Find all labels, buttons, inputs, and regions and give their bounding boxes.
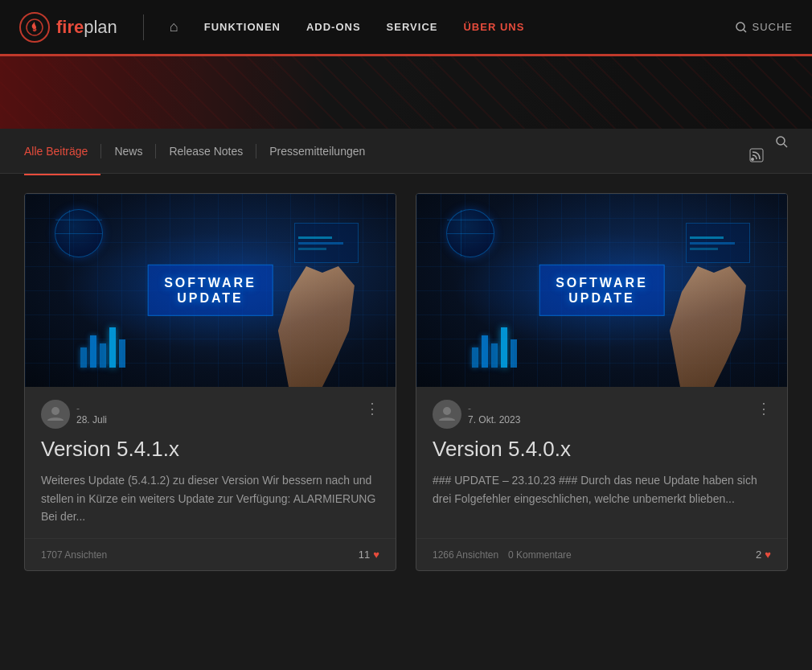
card-1-footer: 1707 Ansichten 11 ♥ <box>25 538 396 570</box>
card-1-meta-info: - 28. Juli <box>76 403 107 425</box>
card-1-excerpt: Weiteres Update (5.4.1.2) zu dieser Vers… <box>41 471 379 525</box>
sw-text-box-1: SOFTWARE UPDATE <box>147 265 273 316</box>
svg-point-1 <box>736 23 744 31</box>
card-2-comments: 0 Kommentare <box>508 549 572 561</box>
chart-bars-1 <box>80 327 125 368</box>
filter-bar: Alle Beiträge News Release Notes Pressem… <box>0 129 812 174</box>
card-1-meta: - 28. Juli ⋮ <box>41 400 379 429</box>
hero-overlay <box>0 56 812 129</box>
globe-deco-1 <box>55 209 103 257</box>
card-2-avatar <box>433 400 461 429</box>
site-header: fireplan ⌂ FUNKTIONEN ADD-ONs SERVICE ÜB… <box>0 0 812 56</box>
card-1-views: 1707 Ansichten <box>41 549 107 561</box>
card-2-meta: - 7. Okt. 2023 ⋮ <box>433 400 771 429</box>
data-widget-2 <box>686 223 750 263</box>
svg-point-7 <box>51 407 59 415</box>
svg-line-2 <box>744 30 746 32</box>
logo-text: fireplan <box>56 17 117 38</box>
nav-addons[interactable]: ADD-ONs <box>306 21 361 33</box>
chart-bars-2 <box>472 327 517 368</box>
card-2: SOFTWARE UPDATE - 7. Okt. 2023 ⋮ <box>416 193 788 571</box>
globe-deco-2 <box>446 209 494 257</box>
card-2-heart-icon: ♥ <box>765 549 771 561</box>
card-1-menu[interactable]: ⋮ <box>365 400 379 417</box>
card-2-likes[interactable]: 2 ♥ <box>756 549 771 561</box>
card-2-title[interactable]: Version 5.4.0.x <box>433 437 771 462</box>
main-nav: ⌂ FUNKTIONEN ADD-ONs SERVICE ÜBER UNS SU… <box>170 18 793 35</box>
card-1-likes[interactable]: 11 ♥ <box>359 549 379 561</box>
nav-search[interactable]: SUCHE <box>736 21 793 33</box>
sw-text-box-2: SOFTWARE UPDATE <box>539 265 665 316</box>
card-2-menu[interactable]: ⋮ <box>757 400 771 417</box>
logo[interactable]: fireplan <box>19 12 117 43</box>
card-2-body: - 7. Okt. 2023 ⋮ Version 5.4.0.x ### UPD… <box>416 387 787 538</box>
card-1-avatar <box>41 400 70 429</box>
svg-line-6 <box>784 144 787 147</box>
nav-ueber-uns[interactable]: ÜBER UNS <box>463 21 524 33</box>
data-widget-1 <box>294 223 359 263</box>
nav-service[interactable]: SERVICE <box>387 21 438 33</box>
card-1-title[interactable]: Version 5.4.1.x <box>41 437 379 462</box>
logo-icon <box>19 12 50 43</box>
sw-update-bg-2: SOFTWARE UPDATE <box>416 194 787 387</box>
card-1-heart-icon: ♥ <box>373 549 379 561</box>
home-nav-icon[interactable]: ⌂ <box>170 18 178 35</box>
card-2-excerpt: ### UPDATE – 23.10.23 ### Durch das neue… <box>433 471 771 525</box>
search-icon <box>736 22 747 33</box>
card-1: SOFTWARE UPDATE - 28. Juli ⋮ Ver <box>24 193 396 571</box>
sw-update-bg-1: SOFTWARE UPDATE <box>25 194 396 387</box>
card-1-body: - 28. Juli ⋮ Version 5.4.1.x Weiteres Up… <box>25 387 396 538</box>
card-1-image[interactable]: SOFTWARE UPDATE <box>25 194 396 387</box>
hero-banner <box>0 56 812 129</box>
nav-funktionen[interactable]: FUNKTIONEN <box>204 21 281 33</box>
filter-search-icon[interactable] <box>775 135 788 151</box>
filter-news[interactable]: News <box>101 140 155 162</box>
svg-point-4 <box>751 158 754 161</box>
filter-bar-icons <box>775 135 788 151</box>
svg-point-5 <box>777 137 785 145</box>
rss-icon[interactable] <box>749 148 764 166</box>
card-2-image[interactable]: SOFTWARE UPDATE <box>416 194 787 387</box>
content-area: SOFTWARE UPDATE - 28. Juli ⋮ Ver <box>0 174 812 590</box>
filter-pressemitteilungen[interactable]: Pressemitteilungen <box>256 140 378 162</box>
header-divider <box>143 14 144 40</box>
card-2-footer: 1266 Ansichten 0 Kommentare 2 ♥ <box>416 538 787 570</box>
svg-point-8 <box>443 407 451 415</box>
card-2-views: 1266 Ansichten <box>433 549 498 561</box>
card-2-meta-info: - 7. Okt. 2023 <box>468 403 520 425</box>
filter-alle-beitraege[interactable]: Alle Beiträge <box>24 140 100 162</box>
filter-release-notes[interactable]: Release Notes <box>156 140 256 162</box>
